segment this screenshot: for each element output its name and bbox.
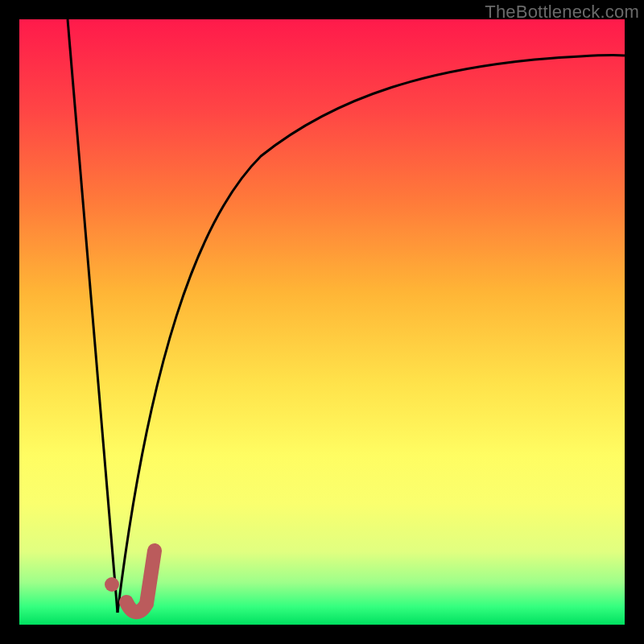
watermark-text: TheBottleneck.com xyxy=(485,2,639,23)
mark-dot xyxy=(105,577,119,592)
curve-right xyxy=(118,56,625,613)
mark-j-stroke xyxy=(126,551,155,612)
curve-left xyxy=(68,19,118,613)
chart-svg xyxy=(19,19,625,625)
chart-frame xyxy=(19,19,625,625)
